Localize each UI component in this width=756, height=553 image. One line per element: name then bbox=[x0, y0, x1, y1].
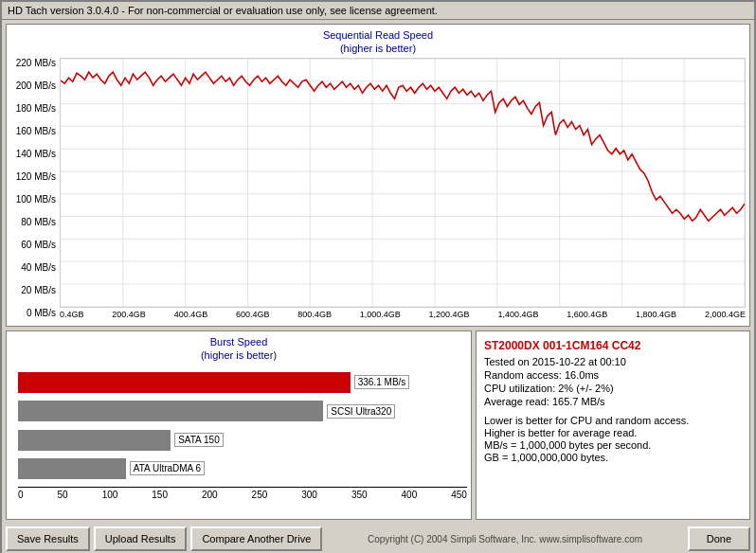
title-bar: HD Tach version 3.0.4.0 - For non-commer… bbox=[2, 2, 754, 20]
burst-chart-title: Burst Speed (higher is better) bbox=[10, 335, 467, 363]
note-3: MB/s = 1,000,000 bytes per second. bbox=[484, 439, 742, 451]
info-tested: Tested on 2015-10-22 at 00:10 bbox=[484, 356, 742, 367]
burst-bar-label-4: ATA UltraDMA 6 bbox=[130, 461, 205, 475]
info-avg: Average read: 165.7 MB/s bbox=[484, 396, 742, 407]
main-content: Sequential Read Speed (higher is better)… bbox=[2, 20, 754, 553]
main-window: HD Tach version 3.0.4.0 - For non-commer… bbox=[0, 0, 756, 553]
burst-bar-label-1: 336.1 MB/s bbox=[354, 375, 410, 389]
done-button[interactable]: Done bbox=[688, 526, 750, 551]
info-panel: ST2000DX 001-1CM164 CC42 Tested on 2015-… bbox=[476, 330, 750, 520]
save-results-button[interactable]: Save Results bbox=[6, 526, 90, 551]
y-axis: 220 MB/s 200 MB/s 180 MB/s 160 MB/s 140 … bbox=[10, 58, 60, 319]
note-4: GB = 1,000,000,000 bytes. bbox=[484, 452, 742, 463]
burst-bar-row-4: ATA UltraDMA 6 bbox=[18, 458, 467, 479]
burst-x-axis: 0 50 100 150 200 250 300 350 400 450 bbox=[18, 487, 467, 500]
burst-panel: Burst Speed (higher is better) 336.1 MB/… bbox=[6, 330, 472, 520]
info-cpu: CPU utilization: 2% (+/- 2%) bbox=[484, 383, 742, 394]
seq-chart-panel: Sequential Read Speed (higher is better)… bbox=[6, 24, 750, 327]
drive-name: ST2000DX 001-1CM164 CC42 bbox=[484, 339, 742, 352]
copyright-text: Copyright (C) 2004 Simpli Software, Inc.… bbox=[326, 534, 683, 544]
seq-chart-svg bbox=[60, 58, 746, 308]
burst-bar-sata bbox=[18, 430, 171, 451]
burst-bar-label-2: SCSI Ultra320 bbox=[327, 404, 395, 419]
note-2: Higher is better for average read. bbox=[484, 427, 742, 438]
footer-bar: Save Results Upload Results Compare Anot… bbox=[6, 524, 750, 553]
bottom-section: Burst Speed (higher is better) 336.1 MB/… bbox=[6, 330, 750, 520]
burst-bar-scsi bbox=[18, 401, 323, 421]
burst-bar-row-1: 336.1 MB/s bbox=[18, 372, 467, 393]
burst-bar-drive bbox=[18, 372, 351, 393]
info-random: Random access: 16.0ms bbox=[484, 369, 742, 381]
info-notes: Lower is better for CPU and random acces… bbox=[484, 415, 742, 463]
title-text: HD Tach version 3.0.4.0 - For non-commer… bbox=[8, 5, 438, 16]
x-axis: 0.4GB 200.4GB 400.4GB 600.4GB 800.4GB 1,… bbox=[60, 310, 746, 319]
burst-bar-row-2: SCSI Ultra320 bbox=[18, 401, 467, 421]
note-1: Lower is better for CPU and random acces… bbox=[484, 415, 742, 426]
burst-bar-ata bbox=[18, 458, 126, 479]
burst-bar-label-3: SATA 150 bbox=[174, 433, 224, 447]
seq-chart-title: Sequential Read Speed (higher is better) bbox=[10, 28, 746, 56]
compare-drive-button[interactable]: Compare Another Drive bbox=[190, 526, 322, 551]
upload-results-button[interactable]: Upload Results bbox=[94, 526, 188, 551]
burst-bar-row-3: SATA 150 bbox=[18, 430, 467, 451]
